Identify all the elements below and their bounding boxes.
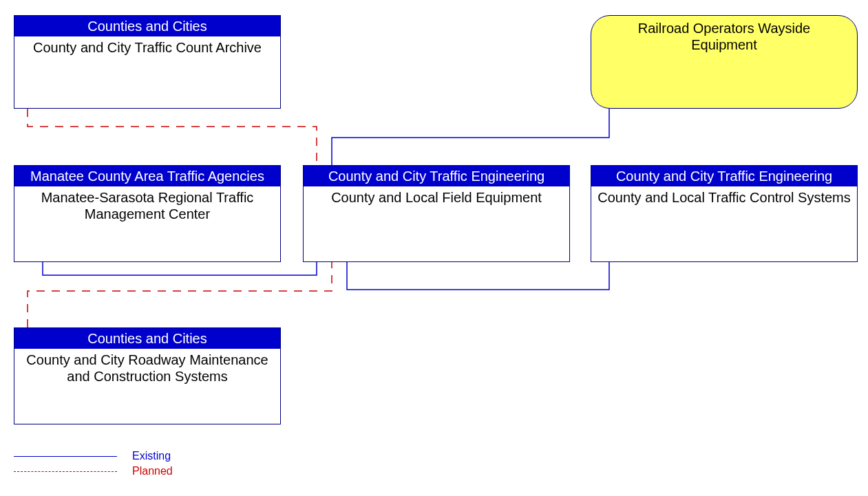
diagram-canvas: Counties and Cities County and City Traf… <box>0 0 868 496</box>
node-roadway-maintenance[interactable]: Counties and Cities County and City Road… <box>14 327 281 424</box>
node-body: Manatee-Sarasota Regional Traffic Manage… <box>14 186 280 261</box>
node-body: County and City Roadway Maintenance and … <box>14 349 280 424</box>
node-railroad-wayside-equipment[interactable]: Railroad Operators Wayside Equipment <box>591 15 858 109</box>
legend-label-planned: Planned <box>132 465 173 477</box>
node-header: County and City Traffic Engineering <box>591 166 857 186</box>
edge-archive-to-field-equipment <box>28 109 317 165</box>
legend-line-planned <box>14 471 117 472</box>
node-header: Counties and Cities <box>14 328 280 349</box>
node-body: County and Local Field Equipment <box>304 186 569 261</box>
edge-traffic-control-to-field-equipment <box>347 262 609 290</box>
edge-maintenance-to-field-equipment <box>28 262 332 327</box>
node-body: Railroad Operators Wayside Equipment <box>638 21 810 52</box>
legend-row-existing: Existing <box>14 449 173 464</box>
node-body: County and City Traffic Count Archive <box>14 36 280 108</box>
legend-row-planned: Planned <box>14 464 173 479</box>
legend-line-existing <box>14 456 117 457</box>
node-field-equipment[interactable]: County and City Traffic Engineering Coun… <box>303 165 570 262</box>
edge-regional-tmc-to-field-equipment <box>43 262 317 275</box>
node-traffic-control-systems[interactable]: County and City Traffic Engineering Coun… <box>591 165 858 262</box>
node-header: Manatee County Area Traffic Agencies <box>14 166 280 186</box>
node-regional-tmc[interactable]: Manatee County Area Traffic Agencies Man… <box>14 165 281 262</box>
legend-label-existing: Existing <box>132 450 171 462</box>
node-traffic-count-archive[interactable]: Counties and Cities County and City Traf… <box>14 15 281 109</box>
edge-railroad-to-field-equipment <box>332 109 609 165</box>
node-header: Counties and Cities <box>14 16 280 36</box>
node-header: County and City Traffic Engineering <box>304 166 569 186</box>
node-body: County and Local Traffic Control Systems <box>591 186 857 261</box>
legend: Existing Planned <box>14 449 173 479</box>
